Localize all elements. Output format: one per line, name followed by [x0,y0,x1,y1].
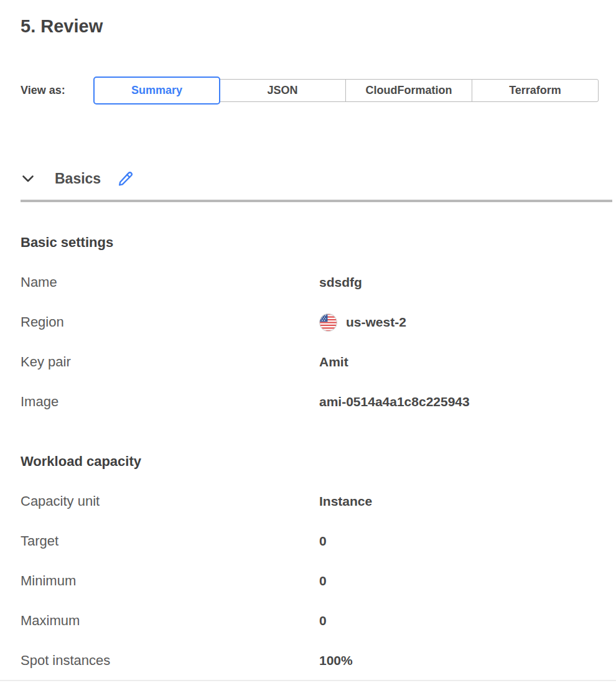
group-heading-basic-settings: Basic settings [21,223,612,263]
summary-row-capacity-unit: Capacity unit Instance [21,481,612,521]
summary-row-minimum: Minimum 0 [21,561,612,601]
region-value-text: us-west-2 [346,315,406,330]
row-value: us-west-2 [319,314,406,332]
row-label: Capacity unit [21,493,319,509]
summary-row-name: Name sdsdfg [21,263,612,302]
tab-summary[interactable]: Summary [93,77,220,105]
view-as-tab-group: Summary JSON CloudFormation Terraform [93,77,599,105]
page-title: 5. Review [21,15,612,37]
row-value: Instance [319,494,372,509]
summary-row-maximum: Maximum 0 [21,601,612,641]
row-value: sdsdfg [319,275,362,290]
row-label: Image [21,394,319,410]
summary-row-target: Target 0 [21,521,612,561]
group-heading-workload-capacity: Workload capacity [21,442,612,481]
summary-row-region: Region [21,302,612,342]
row-label: Maximum [21,613,319,629]
row-label: Key pair [21,354,319,370]
view-as-label: View as: [21,84,93,97]
section-divider [21,200,612,202]
summary-row-image: Image ami-0514a4a1c8c225943 [21,382,612,422]
row-label: Minimum [21,573,319,589]
summary-row-key-pair: Key pair Amit [21,342,612,382]
basics-section-header: Basics [21,164,612,193]
pencil-icon[interactable] [117,170,133,187]
chevron-down-icon[interactable] [21,171,35,186]
row-label: Region [21,314,319,330]
bottom-divider [0,680,616,681]
review-step-page: 5. Review View as: Summary JSON CloudFor… [0,15,616,681]
tab-cloudformation[interactable]: CloudFormation [345,79,472,102]
basics-section-title: Basics [55,170,101,187]
row-value: ami-0514a4a1c8c225943 [319,394,470,409]
row-value: 0 [319,534,327,549]
row-value: 0 [319,613,327,628]
us-flag-icon [319,314,337,332]
tab-terraform[interactable]: Terraform [472,79,599,102]
row-value: 0 [319,574,327,588]
view-as-row: View as: Summary JSON CloudFormation Ter… [21,76,612,105]
row-label: Name [21,274,319,290]
summary-row-spot-instances: Spot instances 100% [21,641,612,681]
row-value: 100% [319,653,353,668]
tab-json[interactable]: JSON [219,79,346,102]
row-label: Spot instances [21,653,319,669]
row-value: Amit [319,355,348,369]
row-label: Target [21,533,319,549]
